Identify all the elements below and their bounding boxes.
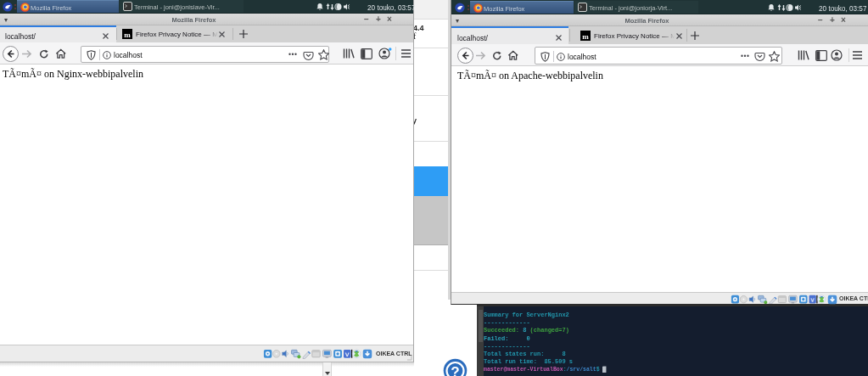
svg-text:V: V	[810, 296, 815, 302]
svg-text:?: ?	[451, 364, 459, 376]
svg-text:20 touko, 03:57: 20 touko, 03:57	[367, 4, 415, 12]
svg-text:V: V	[345, 351, 350, 358]
svg-text:20 touko, 03:57: 20 touko, 03:57	[819, 4, 866, 12]
svg-text:m: m	[124, 31, 131, 39]
svg-text:m: m	[582, 31, 589, 40]
